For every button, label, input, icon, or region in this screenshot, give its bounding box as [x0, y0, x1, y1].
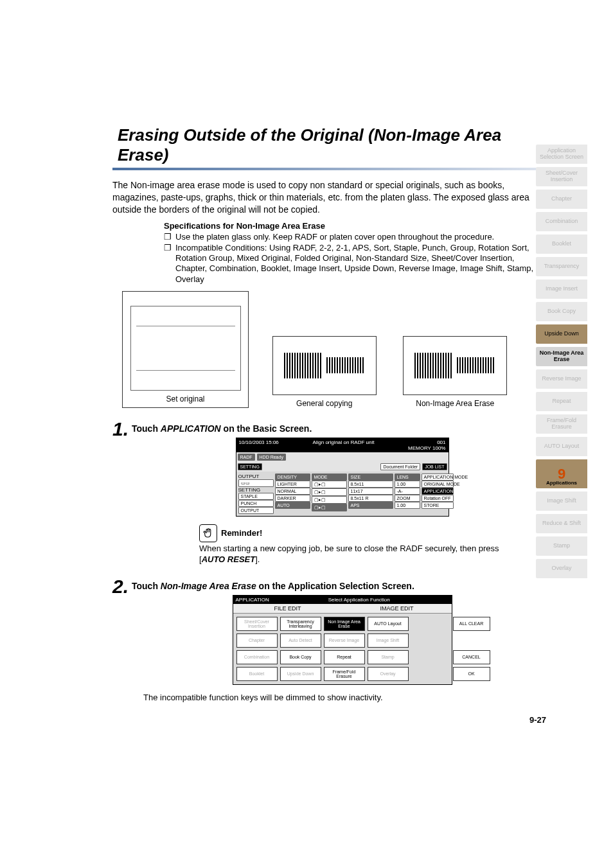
zoom-button[interactable]: ZOOM [395, 495, 420, 502]
frame-fold-button[interactable]: Frame/Fold Erasure [324, 667, 365, 681]
size-1[interactable]: 8.5x11 [348, 481, 393, 488]
chapter-number: 9 [558, 468, 565, 481]
repeat-button[interactable]: Repeat [324, 650, 365, 664]
chapter-button[interactable]: Chapter [236, 633, 278, 648]
reminder-block: Reminder When starting a new copying job… [199, 524, 520, 565]
cancel-button[interactable]: CANCEL [453, 650, 490, 664]
sidebar-tab-9[interactable]: Non-Image Area Erase [536, 347, 587, 366]
non-image-erase-col: Non-Image Area Erase [394, 336, 516, 408]
step-2-post: on the Application Selection Screen. [256, 581, 414, 591]
sidebar-tab-6[interactable]: Image Insert [536, 279, 587, 299]
bullet-mark-icon: ❐ [164, 243, 175, 285]
lighter-button[interactable]: LIGHTER [275, 481, 310, 488]
sidebar-tab-2[interactable]: Chapter [536, 190, 587, 209]
sidebar-tab-3[interactable]: Combination [536, 212, 587, 231]
output-icon-button[interactable]: ▭▭ [238, 479, 274, 487]
doc-folder-button[interactable]: Document Folder [380, 463, 420, 470]
sidebar-tab-after-0[interactable]: Image Shift [536, 492, 587, 511]
reverse-image-button[interactable]: Reverse Image [324, 633, 365, 648]
reminder-text: When starting a new copying job, be sure… [199, 544, 520, 565]
reminder-text-b: AUTO RESET [202, 554, 256, 564]
sheet-cover-button[interactable]: Sheet/Cover Insertion [236, 617, 278, 631]
size-2[interactable]: 11x17 [348, 488, 393, 495]
screen-time: 10/10/2003 15:06 [239, 439, 279, 451]
staple-button[interactable]: STAPLE [238, 493, 274, 500]
step-2-pre: Touch [132, 581, 161, 591]
combination-button[interactable]: Combination [236, 650, 278, 664]
sidebar-chapter-tab[interactable]: 9Applications [536, 459, 587, 488]
ok-button[interactable]: OK [453, 667, 490, 681]
sidebar-tab-8[interactable]: Upside Down [536, 324, 587, 344]
barcode-icon [414, 353, 453, 378]
sidebar-tab-after-2[interactable]: Stamp [536, 536, 587, 556]
radf-chip[interactable]: RADF [238, 454, 255, 461]
auto-button[interactable]: AUTO [275, 502, 310, 509]
reminder-label: Reminder [221, 528, 262, 538]
page-number: 9-27 [132, 715, 546, 725]
general-copying-output [272, 336, 377, 395]
bullet-mark-icon: ❐ [164, 232, 175, 242]
sidebar-tab-1[interactable]: Sheet/Cover Insertion [536, 167, 587, 186]
barcode-icon [326, 357, 365, 373]
job-list-button[interactable]: JOB LIST [422, 463, 447, 470]
sidebar-tab-4[interactable]: Booklet [536, 235, 587, 254]
application-screen-mock: APPLICATION Select Application Function … [233, 595, 452, 685]
sidebar-tab-0[interactable]: Application Selection Screen [536, 145, 587, 164]
rotation-off-button[interactable]: Rotation OFF [422, 495, 454, 502]
chapter-label: Applications [546, 481, 577, 486]
sidebar-tab-7[interactable]: Book Copy [536, 302, 587, 321]
screen-msg: Align original on RADF unit [312, 439, 374, 451]
step-2-number: 2. [112, 577, 132, 725]
overlay-button[interactable]: Overlay [368, 667, 409, 681]
sidebar-tab-11[interactable]: Repeat [536, 392, 587, 411]
booklet-button[interactable]: Booklet [236, 667, 278, 681]
transparency-button[interactable]: Transparency Interleaving [280, 617, 321, 631]
lens-dash[interactable]: -A- [395, 488, 420, 495]
non-image-erase-label: Non-Image Area Erase [416, 399, 494, 408]
darker-button[interactable]: DARKER [275, 495, 310, 502]
upside-down-button[interactable]: Upside Down [280, 667, 321, 681]
mode-3-button[interactable]: ▢▸▢ [312, 496, 347, 504]
sidebar-tab-10[interactable]: Reverse Image [536, 369, 587, 389]
image-shift-button[interactable]: Image Shift [368, 633, 409, 648]
store-button[interactable]: STORE [422, 502, 454, 509]
app-mode-label: APPLICATION MODE [422, 474, 454, 481]
zoom-val: 1.00 [395, 502, 420, 509]
auto-detect-button[interactable]: Auto Detect [280, 633, 321, 648]
intro-paragraph: The Non-image area erase mode is used to… [112, 179, 553, 216]
reminder-text-c: ]. [255, 554, 260, 564]
app-head-center: Select Application Function [328, 597, 390, 603]
mode-2-button[interactable]: ▢▸▢ [312, 488, 347, 496]
all-clear-button[interactable]: ALL CLEAR [453, 617, 490, 631]
image-edit-header: IMAGE EDIT [342, 604, 452, 613]
app-head-left: APPLICATION [236, 597, 269, 603]
normal-button[interactable]: NORMAL [275, 488, 310, 495]
punch-button[interactable]: PUNCH [238, 500, 274, 507]
stamp-button[interactable]: Stamp [368, 650, 409, 664]
auto-layout-button[interactable]: AUTO Layout [368, 617, 409, 631]
book-copy-button[interactable]: Book Copy [280, 650, 321, 664]
sidebar-tab-12[interactable]: Frame/Fold Erasure [536, 414, 587, 434]
reminder-hand-icon [199, 524, 217, 542]
orig-mode-button[interactable]: ORIGINAL MODE [422, 481, 454, 488]
output-label: OUTPUT [238, 474, 274, 479]
file-edit-header: FILE EDIT [233, 604, 342, 613]
sidebar-tab-13[interactable]: AUTO Layout [536, 437, 587, 456]
mode-1-button[interactable]: ▢▸▢ [312, 481, 347, 488]
aps-button[interactable]: APS [348, 502, 393, 509]
bullet-1: ❐ Use the platen glass only. Keep RADF o… [164, 232, 543, 242]
output-button[interactable]: OUTPUT [238, 507, 274, 514]
setting-tab[interactable]: SETTING [238, 463, 262, 470]
main-title: Erasing Outside of the Original (Non-Ima… [112, 125, 553, 165]
basic-screen-mock: 10/10/2003 15:06 Align original on RADF … [236, 438, 449, 517]
sidebar-tab-after-1[interactable]: Reduce & Shift [536, 514, 587, 533]
sidebar-tab-after-3[interactable]: Overlay [536, 559, 587, 578]
general-copying-label: General copying [296, 399, 352, 408]
hdd-chip[interactable]: HDD Ready [257, 454, 286, 461]
size-3[interactable]: 8.5x11 R [348, 495, 393, 502]
sidebar-tab-5[interactable]: Transparency [536, 257, 587, 276]
application-button[interactable]: APPLICATION [422, 488, 454, 495]
non-image-area-erase-button[interactable]: Non Image Area Erase [324, 617, 365, 631]
mode-4-button[interactable]: ▢▸▢ [312, 504, 347, 511]
specs-heading: Specifications for Non-Image Area Erase [164, 221, 543, 231]
